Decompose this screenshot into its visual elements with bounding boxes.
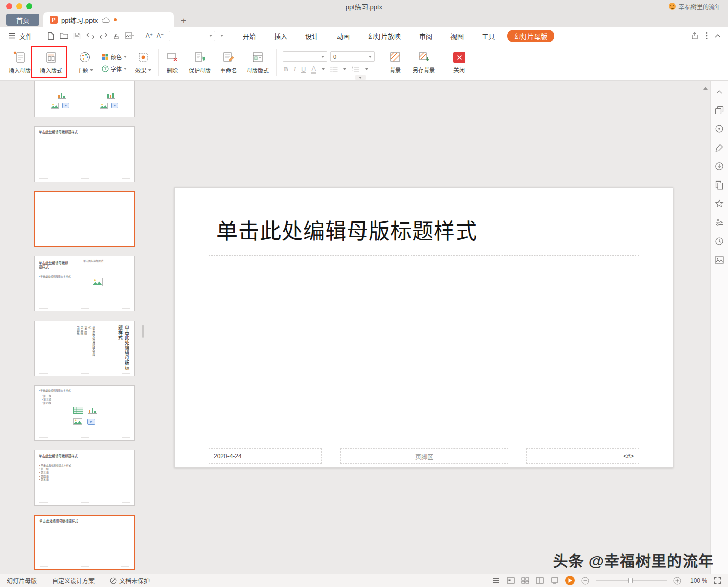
insert-master-button[interactable]: 插入母版	[4, 47, 35, 79]
bullet-list-button[interactable]	[330, 66, 338, 72]
zoom-percentage[interactable]: 100 %	[688, 577, 707, 584]
insert-layout-button[interactable]: 插入版式	[35, 47, 67, 79]
redo-icon[interactable]	[97, 30, 109, 42]
tab-start[interactable]: 开始	[243, 31, 256, 41]
chart-icon	[88, 406, 98, 414]
bold-button[interactable]: B	[284, 65, 288, 73]
duplicate-slide-icon[interactable]	[715, 180, 724, 190]
master-layout-button[interactable]: 母版版式	[242, 47, 274, 79]
ink-pen-icon[interactable]	[715, 143, 724, 152]
slideshow-play-button[interactable]	[565, 576, 575, 585]
more-styles-dropdown[interactable]	[217, 31, 226, 41]
colors-button[interactable]: 颜色	[102, 53, 127, 61]
slide-sorter-view-icon[interactable]	[521, 577, 529, 584]
document-tab[interactable]: P ppt练习.pptx	[43, 12, 174, 27]
open-file-icon[interactable]	[58, 30, 70, 42]
tab-insert[interactable]: 插入	[274, 31, 287, 41]
numbered-list-button[interactable]	[352, 66, 359, 72]
normal-view-icon[interactable]	[507, 577, 515, 584]
font-name-combobox[interactable]	[283, 51, 327, 62]
page-number-placeholder[interactable]: <#>	[526, 448, 639, 464]
zoom-out-button[interactable]	[581, 577, 589, 585]
document-protection-button[interactable]: 文档未保护	[110, 576, 150, 585]
layout-thumbnail-4[interactable]: 单击此处编辑母版标 题样式 • 单击此处编辑母版文本样式 单击图标添加图片	[34, 256, 135, 311]
tab-slide-master-active[interactable]: 幻灯片母版	[507, 30, 554, 42]
layout-thumbnail-3-selected[interactable]	[34, 191, 135, 247]
font-color-button[interactable]: A	[311, 65, 316, 74]
ribbon-collapse-handle[interactable]	[355, 75, 366, 80]
save-icon[interactable]	[71, 30, 83, 42]
adjust-settings-icon[interactable]	[715, 218, 724, 227]
tab-review[interactable]: 审阅	[419, 31, 432, 41]
collapse-ribbon-icon[interactable]	[715, 34, 721, 38]
decrease-font-button[interactable]: A⁻	[155, 32, 166, 39]
fonts-button[interactable]: 字体	[102, 65, 127, 73]
favorites-star-icon[interactable]	[715, 199, 724, 208]
thumb-text-placeholder: • 单击此处编辑母版文本样式	[39, 275, 71, 278]
home-button[interactable]: 首页	[6, 14, 39, 26]
layout-thumbnail-1[interactable]: • 单击此处编辑母版文本样式 • 单击此处编辑母版文本样式	[34, 81, 135, 117]
chevron-down-icon	[220, 35, 223, 37]
print-layout-icon[interactable]	[551, 577, 559, 584]
slide-master-page[interactable]: 单击此处编辑母版标题样式 2020-4-24 页脚区 <#>	[174, 187, 673, 468]
panel-resize-grip[interactable]	[142, 325, 144, 338]
layout-thumbnail-2[interactable]: 单击此处编辑母版标题样式	[34, 126, 135, 182]
file-menu[interactable]: 文件	[19, 31, 32, 41]
more-options-icon[interactable]	[706, 32, 708, 40]
layout-thumbnail-7[interactable]: 单击此处编辑母版标题样式 • 单击此处编辑母版文本样式 • 第二级 • 第三级 …	[34, 450, 135, 506]
date-placeholder[interactable]: 2020-4-24	[209, 448, 322, 464]
delete-button[interactable]: 删除	[161, 47, 184, 79]
tab-animation[interactable]: 动画	[337, 31, 350, 41]
share-icon[interactable]	[691, 32, 699, 40]
layout-thumbnail-5[interactable]: 单击此处编辑母版标题样式 单击此处编辑母版文本样式 第二级 第三级 第四级	[34, 321, 135, 376]
increase-font-button[interactable]: A⁺	[144, 32, 155, 39]
font-size-combobox[interactable]: 0	[330, 51, 375, 62]
main-menu-icon[interactable]	[6, 30, 18, 42]
theme-button[interactable]: 主题	[71, 47, 99, 79]
picture-icon	[51, 103, 59, 109]
download-resources-icon[interactable]	[715, 162, 724, 171]
effects-button[interactable]: 效果	[130, 47, 156, 79]
thumb-text-levels: • 第二级 • 第三级 • 第四级	[42, 394, 51, 405]
image-tool-icon[interactable]	[715, 255, 724, 264]
fit-to-window-icon[interactable]	[714, 577, 721, 584]
notes-list-icon[interactable]	[492, 578, 500, 583]
footer-placeholder[interactable]: 页脚区	[340, 448, 508, 464]
scroll-up-arrow[interactable]	[703, 87, 708, 90]
tab-tools[interactable]: 工具	[482, 31, 495, 41]
animation-pane-icon[interactable]	[715, 124, 724, 133]
layout-thumbnail-6[interactable]: • 单击此处编辑母版文本样式 • 第二级 • 第三级 • 第四级	[34, 385, 135, 441]
zoom-slider-handle[interactable]	[628, 578, 633, 583]
undo-icon[interactable]	[84, 30, 96, 42]
design-scheme-button[interactable]: 自定义设计方案	[52, 576, 95, 585]
thumb-text-placeholder: • 单击此处编辑母版文本样式	[37, 81, 66, 81]
format-painter-icon[interactable]	[110, 30, 122, 42]
reading-view-icon[interactable]	[536, 577, 544, 584]
protect-master-button[interactable]: 保护母版	[184, 47, 215, 79]
tab-design[interactable]: 设计	[305, 31, 318, 41]
history-icon[interactable]	[715, 237, 724, 246]
layout-thumbnail-panel[interactable]: • 单击此处编辑母版文本样式 • 单击此处编辑母版文本样式	[0, 81, 144, 574]
save-background-button[interactable]: 另存背景	[407, 47, 440, 79]
title-placeholder[interactable]: 单击此处编辑母版标题样式	[209, 203, 639, 256]
layout-thumbnail-8-selected[interactable]: 单击此处编辑母版标题样式	[34, 515, 135, 570]
zoom-slider[interactable]	[596, 580, 667, 581]
chevron-up-icon[interactable]	[715, 87, 724, 96]
account-badge[interactable]: 幸福树里的流年	[669, 2, 721, 11]
selection-pane-icon[interactable]	[715, 106, 724, 115]
rename-button[interactable]: 重命名	[215, 47, 242, 79]
underline-button[interactable]: U	[301, 66, 306, 73]
quick-style-combobox[interactable]	[169, 31, 215, 41]
new-document-icon[interactable]	[44, 30, 57, 42]
avatar-emoji-icon	[669, 3, 676, 10]
zoom-in-button[interactable]	[673, 577, 681, 585]
insert-picture-icon[interactable]	[123, 30, 135, 42]
slide-canvas[interactable]: 单击此处编辑母版标题样式 2020-4-24 页脚区 <#>	[144, 81, 710, 574]
new-tab-button[interactable]: +	[181, 16, 186, 25]
document-tab-label: ppt练习.pptx	[61, 15, 98, 25]
close-master-view-button[interactable]: 关闭	[447, 47, 471, 79]
tab-view[interactable]: 视图	[450, 31, 464, 41]
background-button[interactable]: 背景	[383, 47, 407, 79]
italic-button[interactable]: I	[294, 65, 296, 73]
tab-slideshow[interactable]: 幻灯片放映	[368, 31, 401, 41]
